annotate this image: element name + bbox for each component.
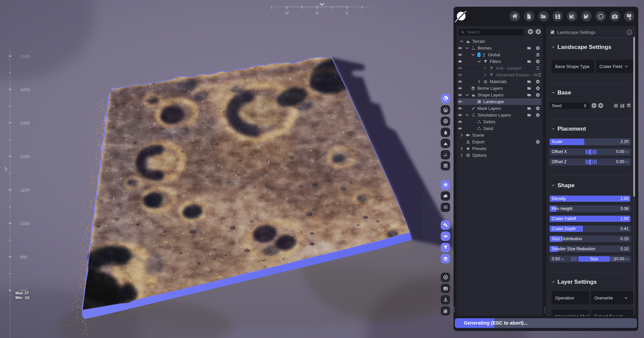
- svg-text:1100: 1100: [20, 188, 30, 193]
- svg-text:Min -10: Min -10: [15, 295, 30, 300]
- svg-text:1400: 1400: [20, 87, 30, 92]
- svg-text:1000: 1000: [20, 221, 30, 226]
- svg-text:1500: 1500: [20, 54, 30, 59]
- svg-text:900: 900: [20, 255, 28, 260]
- svg-text:1200: 1200: [20, 154, 30, 159]
- svg-text:1300: 1300: [20, 121, 30, 126]
- svg-text:Max 37: Max 37: [15, 291, 29, 295]
- svg-text:E: E: [345, 10, 348, 15]
- svg-text:N: N: [315, 10, 319, 15]
- svg-text:W: W: [285, 10, 289, 15]
